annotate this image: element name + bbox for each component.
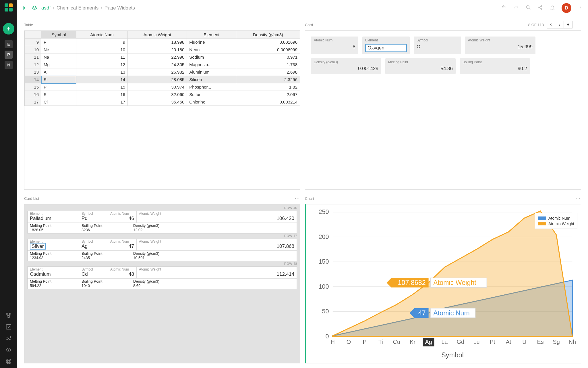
svg-text:O: O [347,339,351,345]
topbar: asdf / Chemical Elements / Page Widgets … [17,0,588,16]
rail-button-n[interactable]: N [5,61,13,69]
panel-title: Card [305,23,528,27]
svg-text:200: 200 [318,233,329,240]
card-field[interactable]: Atomic Weight15.999 [465,37,535,54]
bell-icon[interactable] [550,5,555,11]
card-field[interactable]: SymbolO [414,37,461,54]
breadcrumb-doc[interactable]: asdf [41,5,51,11]
table-row[interactable]: 10Ne1020.180Neon0.0008999 [25,46,300,53]
cardlist-row[interactable]: ElementPalladiumSymbolPdAtomic Num46Atom… [27,211,297,233]
breadcrumb: asdf / Chemical Elements / Page Widgets [41,5,135,11]
svg-text:250: 250 [318,208,329,215]
add-record-button[interactable]: + [564,21,572,28]
svg-text:Es: Es [537,339,543,345]
code-icon[interactable] [5,347,12,353]
expand-panel-icon[interactable] [22,5,28,11]
svg-text:Symbol: Symbol [441,351,464,359]
cardlist-row[interactable]: ElementSilverSymbolAgAtomic Num47Atomic … [27,239,297,261]
card-field[interactable]: Melting Point54.36 [385,58,456,74]
svg-text:0: 0 [325,333,329,340]
table-row[interactable]: 15P1530.974Phosphor...1.82 [25,83,300,91]
table-row[interactable]: 12Mg1224.305Magnesiu...1.738 [25,61,300,68]
breadcrumb-table[interactable]: Chemical Elements [57,5,98,11]
add-button[interactable]: + [3,23,14,34]
card-field[interactable]: Density (g/cm3)0.001429 [311,58,381,74]
cardlist-row[interactable]: ElementCadmiumSymbolCdAtomic Num48Atomic… [27,267,297,289]
prev-record-button[interactable] [547,21,555,28]
svg-text:P: P [363,339,366,345]
svg-text:Gd: Gd [457,339,465,345]
logo-icon [5,3,13,12]
breadcrumb-page[interactable]: Page Widgets [105,5,135,11]
column-header[interactable]: Density (g/cm3) [236,31,300,39]
row-tag: ROW 48 [284,262,297,265]
card-field[interactable]: Boiling Point90.2 [460,58,530,74]
svg-text:Pt: Pt [490,339,495,345]
next-record-button[interactable] [555,21,564,28]
svg-text:Sg: Sg [553,339,560,345]
redo-icon[interactable] [513,5,519,11]
card-field[interactable]: Atomic Num8 [311,37,358,54]
svg-text:At: At [506,339,511,345]
svg-point-5 [7,360,9,362]
chart-panel: Chart ⋯ 050100150200250HOPTiCuKrAgLaGdLu… [305,194,581,363]
panel-title: Card List [24,196,295,201]
card-panel: Card 8 OF 118 + ⋯ Atomic Num8ElementOxyg… [305,21,581,190]
share-icon[interactable] [537,5,543,11]
table-row[interactable]: 11Na1122.990Sodium0.971 [25,53,300,61]
svg-text:150: 150 [318,258,329,265]
svg-point-6 [526,5,529,8]
svg-text:47: 47 [418,309,426,317]
collapse-panel-icon[interactable] [578,5,583,11]
row-tag: ROW 46 [284,206,297,210]
avatar[interactable]: D [562,3,571,13]
column-header[interactable]: Atomic Weight [128,31,187,39]
shuffle-icon[interactable] [5,335,12,342]
svg-rect-3 [6,325,11,329]
column-header[interactable]: Element [187,31,236,39]
pages-icon[interactable] [32,5,37,11]
svg-text:100: 100 [318,283,329,290]
svg-text:Cu: Cu [393,339,401,345]
svg-text:Ti: Ti [378,339,383,345]
panel-title: Chart [305,196,575,201]
table-panel: Table ⋯ SymbolAtomic NumAtomic WeightEle… [24,21,300,190]
left-rail: + EPN [0,0,17,368]
help-icon[interactable] [5,358,12,365]
panel-menu-icon[interactable]: ⋯ [575,195,581,202]
svg-text:50: 50 [322,308,329,315]
cardlist-panel: Card List ⋯ ROW 46ElementPalladiumSymbol… [24,194,300,363]
elements-table[interactable]: SymbolAtomic NumAtomic WeightElementDens… [24,31,300,106]
rail-button-e[interactable]: E [5,40,13,48]
rail-button-p[interactable]: P [5,51,13,59]
table-row[interactable]: 16S1632.060Sulfur2.067 [25,91,300,98]
svg-text:Lu: Lu [473,339,479,345]
svg-text:Kr: Kr [410,339,415,345]
svg-text:H: H [331,339,335,345]
structure-icon[interactable] [5,312,12,319]
column-header[interactable]: Symbol [41,31,76,39]
chart-svg[interactable]: 050100150200250HOPTiCuKrAgLaGdLuPtAtUEsS… [308,207,579,360]
svg-text:Atomic Weight: Atomic Weight [433,279,476,286]
validate-icon[interactable] [5,324,12,330]
panel-menu-icon[interactable]: ⋯ [295,195,300,202]
undo-icon[interactable] [501,5,507,11]
svg-text:107.8682: 107.8682 [398,279,426,286]
table-row[interactable]: 14Si1428.085Silicon2.3296 [25,76,300,83]
panel-menu-icon[interactable]: ⋯ [295,22,300,28]
table-row[interactable]: 9F918.998Fluorine0.001696 [25,39,300,46]
svg-text:La: La [441,339,448,345]
row-tag: ROW 47 [284,234,297,237]
card-pager-count: 8 OF 118 [528,23,544,27]
svg-text:Nh: Nh [569,339,576,345]
panel-menu-icon[interactable]: ⋯ [575,22,581,28]
search-icon[interactable] [525,5,531,11]
svg-text:U: U [522,339,526,345]
panel-title: Table [24,23,295,27]
svg-text:Atomic Num: Atomic Num [433,309,470,317]
table-row[interactable]: 13Al1326.982Aluminium2.698 [25,68,300,76]
svg-text:Ag: Ag [425,339,432,345]
table-row[interactable]: 17Cl1735.450Chlorine0.003214 [25,98,300,106]
column-header[interactable]: Atomic Num [76,31,127,39]
card-field[interactable]: ElementOxygen [362,37,410,54]
